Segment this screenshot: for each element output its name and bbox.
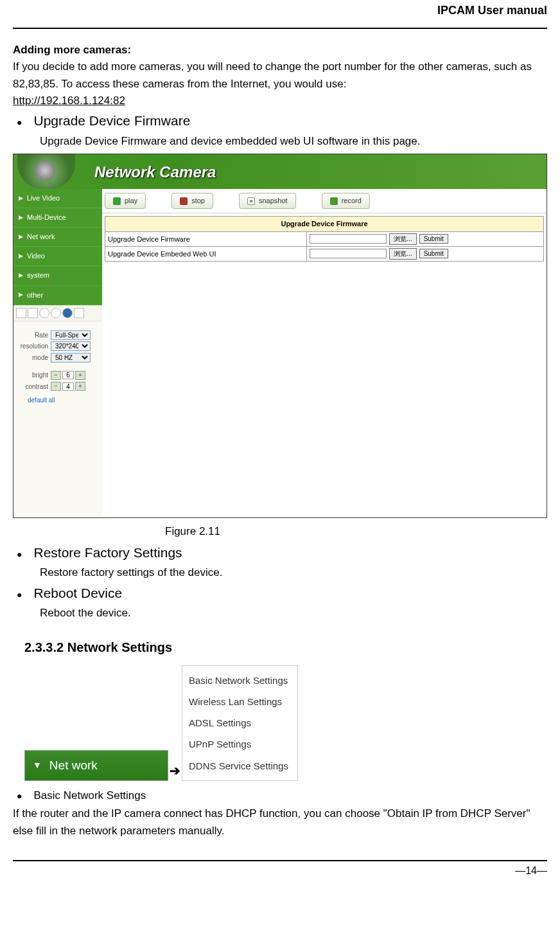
menu-item-wireless[interactable]: Wireless Lan Settings [189,691,288,712]
reboot-title: Reboot Device [33,583,122,604]
row2-label: Upgrade Device Embeded Web UI [105,247,307,262]
row1-label: Upgrade Device Firmware [105,232,307,247]
sidebar-label: system [27,270,49,281]
upgrade-firmware-title: Upgrade Device Firmware [33,111,190,132]
sidebar-label: Net work [27,231,55,242]
panel-header: Upgrade Device Firmware [105,217,544,232]
firmware-file-input[interactable] [310,234,387,244]
layout-icon[interactable] [62,308,73,318]
arrow-icon: ➔ [170,761,180,781]
basic-network-text: If the router and the IP camera connect … [13,805,547,839]
layout-icon[interactable] [28,308,38,318]
camera-logo [17,154,75,189]
menu-item-basic[interactable]: Basic Network Settings [189,670,288,691]
sidebar-label: other [27,290,43,301]
mode-select[interactable]: 50 HZ [51,353,91,363]
layout-icons [13,305,102,321]
network-settings-heading: 2.3.3.2 Network Settings [24,638,547,658]
resolution-label: resolution [16,341,48,352]
browse-button-2[interactable]: 浏览... [389,248,416,260]
contrast-label: contrast [16,382,48,392]
triangle-icon: ▶ [19,233,23,242]
triangle-down-icon: ▼ [33,758,42,773]
layout-icon[interactable] [39,308,49,318]
submit-button-1[interactable]: Submit [419,234,448,244]
triangle-icon: ▶ [19,291,23,300]
stop-label: stop [191,195,205,206]
rate-select[interactable]: Full-Speed [51,330,91,340]
default-all-link[interactable]: default all [28,395,100,406]
sidebar-item-live-video[interactable]: ▶Live Video [13,189,102,208]
submit-button-2[interactable]: Submit [419,249,448,258]
basic-network-title: Basic Network Settings [33,787,146,804]
network-button-label: Net work [49,756,98,775]
app-title: Network Camera [94,160,216,184]
adding-cameras-text: If you decide to add more cameras, you w… [13,58,547,93]
menu-item-adsl[interactable]: ADSL Settings [189,712,288,733]
menu-item-upnp[interactable]: UPnP Settings [189,733,288,755]
minus-button[interactable]: − [51,382,61,391]
stop-button[interactable]: stop [171,193,213,209]
triangle-icon: ▶ [19,194,23,203]
snapshot-label: snapshot [259,195,288,206]
sidebar-item-network[interactable]: ▶Net work [13,228,102,247]
bullet-icon: ● [17,548,22,562]
triangle-icon: ▶ [19,213,23,222]
record-label: record [342,195,362,206]
triangle-icon: ▶ [19,252,23,261]
page-footer: —14— [13,860,547,890]
empty-panel [102,305,547,517]
sidebar-item-multi-device[interactable]: ▶Multi-Device [13,208,102,228]
sidebar-item-system[interactable]: ▶system [13,266,102,285]
bullet-icon: ● [17,789,22,803]
mode-label: mode [16,353,48,363]
resolution-select[interactable]: 320*240 [51,341,91,351]
browse-button-1[interactable]: 浏览... [389,233,416,245]
bullet-icon: ● [17,116,22,130]
network-sidebar-button[interactable]: ▼ Net work [24,750,168,780]
sidebar-item-other[interactable]: ▶other [13,286,102,305]
plus-button[interactable]: + [75,382,85,391]
sidebar-label: Video [27,251,45,262]
restore-text: Restore factory settings of the device. [40,564,547,581]
manual-header-title: IPCAM User manual [13,0,547,20]
sidebar-label: Live Video [27,193,60,204]
restore-title: Restore Factory Settings [33,542,182,564]
layout-icon[interactable] [16,308,26,318]
layout-icon[interactable] [74,308,84,318]
sidebar-item-video[interactable]: ▶Video [13,247,102,266]
example-url: http://192.168.1.124:82 [13,93,547,109]
rate-label: Rate [16,330,48,341]
bright-value[interactable] [62,371,74,379]
bright-label: bright [16,370,48,381]
plus-button[interactable]: + [75,371,85,380]
bullet-icon: ● [17,588,22,602]
minus-button[interactable]: − [51,371,61,380]
play-icon [113,197,121,205]
menu-item-ddns[interactable]: DDNS Service Settings [189,755,288,776]
upgrade-firmware-text: Upgrade Device Firmware and device embed… [40,133,547,150]
layout-icon[interactable] [51,308,61,318]
figure-caption: Figure 2.11 [128,521,257,541]
stop-icon [180,197,188,205]
contrast-value[interactable] [62,382,74,391]
reboot-text: Reboot the device. [40,605,547,622]
adding-cameras-title: Adding more cameras: [13,42,547,58]
record-button[interactable]: record [322,193,370,209]
triangle-icon: ▶ [19,271,23,280]
webui-file-input[interactable] [310,249,387,258]
snapshot-button[interactable]: snapshot [239,193,296,209]
record-icon [330,197,338,205]
network-submenu: Basic Network Settings Wireless Lan Sett… [182,665,298,781]
sidebar-label: Multi-Device [27,212,66,223]
snapshot-icon [247,197,255,205]
play-button[interactable]: play [105,193,146,209]
firmware-screenshot: Network Camera ▶Live Video ▶Multi-Device… [13,154,547,517]
play-label: play [125,195,137,206]
